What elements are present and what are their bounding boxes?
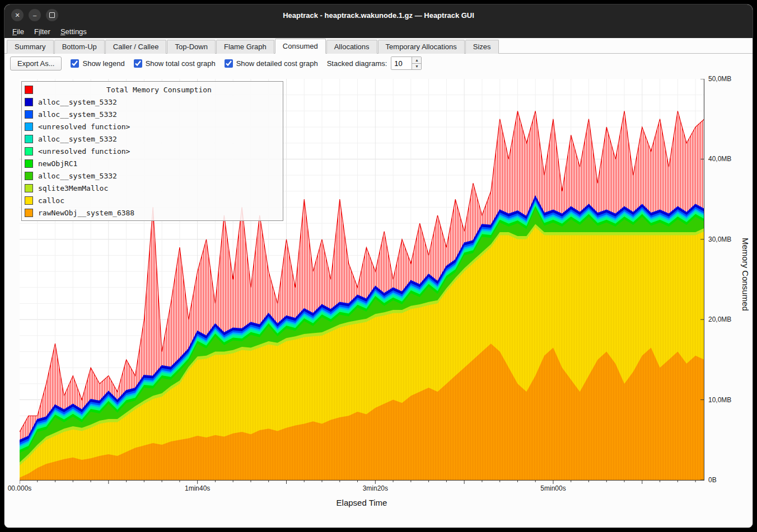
x-axis-label: 1min40s xyxy=(185,484,210,492)
tab-summary[interactable]: Summary xyxy=(7,40,54,54)
tab-caller-callee[interactable]: Caller / Callee xyxy=(105,40,167,54)
y-axis-label: 10,0MB xyxy=(708,396,731,404)
legend-item[interactable]: <unresolved function> xyxy=(25,120,280,133)
legend-swatch-3 xyxy=(25,135,33,143)
legend-label: newObjRC1 xyxy=(38,159,77,168)
app-window: ✕ – Heaptrack - heaptrack.wakunode.1.gz … xyxy=(4,4,753,528)
stacked-diagrams-spinbox[interactable]: ▲ ▼ xyxy=(391,57,422,70)
show-total-cost-checkbox[interactable]: Show total cost graph xyxy=(134,59,216,68)
show-detailed-cost-checkbox-input[interactable] xyxy=(225,59,233,68)
legend-title-row: Total Memory Consumption xyxy=(25,83,280,96)
legend-total-swatch xyxy=(25,86,33,94)
tab-flame-graph[interactable]: Flame Graph xyxy=(216,40,274,54)
legend-swatch-7 xyxy=(25,184,33,192)
tab-top-down[interactable]: Top-Down xyxy=(167,40,216,54)
legend-label: alloc__system_5332 xyxy=(38,135,117,143)
maximize-icon xyxy=(49,12,55,18)
title-bar[interactable]: ✕ – Heaptrack - heaptrack.wakunode.1.gz … xyxy=(4,4,753,26)
export-as-button[interactable]: Export As... xyxy=(10,57,62,70)
y-axis-label: 30,0MB xyxy=(708,236,731,243)
legend-item[interactable]: alloc__system_5332 xyxy=(25,108,280,120)
legend-item[interactable]: newObjRC1 xyxy=(25,157,280,170)
legend-swatch-8 xyxy=(25,196,33,205)
legend-label: calloc xyxy=(38,196,64,205)
show-total-cost-label: Show total cost graph xyxy=(146,59,216,68)
stacked-diagrams-label: Stacked diagrams: xyxy=(327,59,387,68)
x-axis-title: Elapsed Time xyxy=(337,498,387,507)
legend-item[interactable]: sqlite3MemMalloc xyxy=(25,182,280,194)
x-axis-label: 00.000s xyxy=(8,484,32,492)
legend-item[interactable]: rawNewObj__system_6388 xyxy=(25,206,280,219)
spin-up-icon[interactable]: ▲ xyxy=(412,57,421,63)
y-axis-label: 50,0MB xyxy=(708,75,731,83)
legend-label: alloc__system_5332 xyxy=(38,98,117,106)
menu-file[interactable]: File xyxy=(8,27,29,37)
minimize-icon: – xyxy=(33,12,36,18)
maximize-button[interactable] xyxy=(46,9,58,21)
legend-label: <unresolved function> xyxy=(38,147,130,156)
toolbar: Export As... Show legend Show total cost… xyxy=(4,54,753,73)
legend-label: rawNewObj__system_6388 xyxy=(38,209,134,217)
minimize-button[interactable]: – xyxy=(29,9,41,21)
x-axis-label: 5min00s xyxy=(540,484,566,492)
show-legend-checkbox[interactable]: Show legend xyxy=(71,59,124,68)
menu-bar: FileFilterSettings xyxy=(4,26,753,38)
tab-allocations[interactable]: Allocations xyxy=(326,40,377,54)
tab-bottom-up[interactable]: Bottom-Up xyxy=(54,40,105,54)
legend-swatch-0 xyxy=(25,98,33,106)
chart-region: Total Memory Consumptionalloc__system_53… xyxy=(4,73,753,528)
show-legend-checkbox-input[interactable] xyxy=(71,59,79,68)
show-detailed-cost-label: Show detailed cost graph xyxy=(236,59,318,68)
tab-temporary-allocations[interactable]: Temporary Allocations xyxy=(378,40,465,54)
legend-item[interactable]: alloc__system_5332 xyxy=(25,96,280,108)
legend-item[interactable]: <unresolved function> xyxy=(25,145,280,157)
legend-item[interactable]: alloc__system_5332 xyxy=(25,133,280,145)
stacked-diagrams-group: Stacked diagrams: ▲ ▼ xyxy=(327,57,422,70)
menu-filter[interactable]: Filter xyxy=(30,27,55,37)
legend-swatch-5 xyxy=(25,159,33,168)
legend-swatch-2 xyxy=(25,123,33,131)
show-total-cost-checkbox-input[interactable] xyxy=(134,59,142,68)
spin-buttons: ▲ ▼ xyxy=(412,57,421,69)
legend-label: <unresolved function> xyxy=(38,123,130,131)
tab-consumed[interactable]: Consumed xyxy=(275,39,326,54)
show-detailed-cost-checkbox[interactable]: Show detailed cost graph xyxy=(225,59,318,68)
y-axis-label: 0B xyxy=(708,476,717,484)
legend-swatch-4 xyxy=(25,147,33,156)
legend-item[interactable]: calloc xyxy=(25,194,280,206)
legend-item[interactable]: alloc__system_5332 xyxy=(25,170,280,182)
stacked-diagrams-input[interactable] xyxy=(391,57,412,69)
legend-swatch-9 xyxy=(25,209,33,217)
legend-title: Total Memory Consumption xyxy=(38,86,280,94)
legend-swatch-1 xyxy=(25,110,33,119)
tab-bar: SummaryBottom-UpCaller / CalleeTop-DownF… xyxy=(4,38,753,54)
legend-label: sqlite3MemMalloc xyxy=(38,184,108,192)
spin-down-icon[interactable]: ▼ xyxy=(412,63,421,70)
close-icon: ✕ xyxy=(15,12,20,19)
legend-swatch-6 xyxy=(25,172,33,180)
window-controls: ✕ – xyxy=(11,4,58,26)
menu-settings[interactable]: Settings xyxy=(56,27,91,37)
x-axis-label: 3min20s xyxy=(363,484,388,492)
y-axis-title: Memory Consumed xyxy=(741,238,750,311)
chart-legend[interactable]: Total Memory Consumptionalloc__system_53… xyxy=(21,81,283,221)
y-axis-label: 20,0MB xyxy=(708,316,731,323)
tab-sizes[interactable]: Sizes xyxy=(465,40,499,54)
legend-label: alloc__system_5332 xyxy=(38,172,117,180)
show-legend-label: Show legend xyxy=(82,59,124,68)
window-title: Heaptrack - heaptrack.wakunode.1.gz — He… xyxy=(283,11,474,20)
y-axis-label: 40,0MB xyxy=(708,155,731,163)
close-button[interactable]: ✕ xyxy=(11,9,24,21)
legend-label: alloc__system_5332 xyxy=(38,110,117,119)
